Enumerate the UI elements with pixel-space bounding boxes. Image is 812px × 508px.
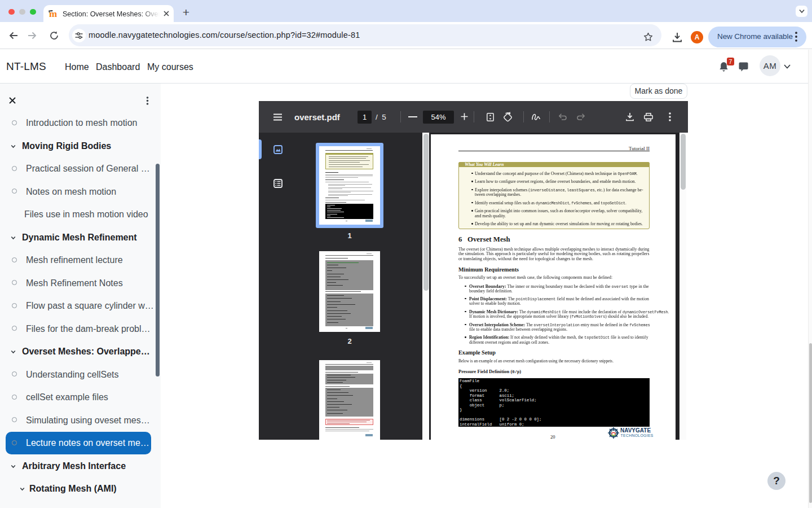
svg-text:m: m [49,8,57,19]
